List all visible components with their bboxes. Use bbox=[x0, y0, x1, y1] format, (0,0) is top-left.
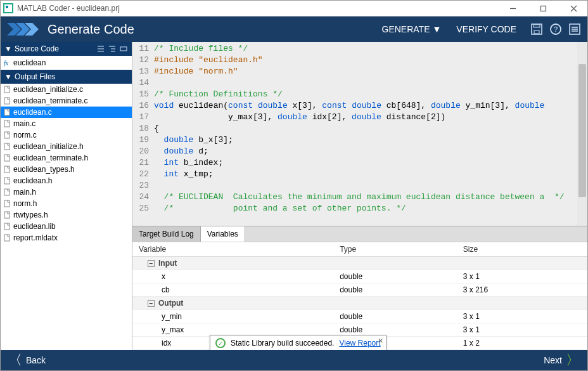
output-file-item[interactable]: euclidean_terminate.c bbox=[1, 95, 132, 107]
list-tree-icon[interactable] bbox=[108, 44, 117, 53]
file-item-label: main.c bbox=[13, 119, 35, 128]
file-icon bbox=[3, 200, 11, 207]
file-item-label: norm.c bbox=[13, 131, 37, 140]
var-row[interactable]: xdouble3 x 1 bbox=[132, 270, 587, 283]
file-item-label: rtwtypes.h bbox=[13, 211, 48, 219]
output-file-item[interactable]: euclidean_terminate.h bbox=[1, 152, 132, 164]
output-file-item[interactable]: report.mldatx bbox=[1, 232, 132, 244]
source-tree: fxeuclidean bbox=[1, 56, 132, 70]
file-icon bbox=[3, 166, 11, 173]
svg-rect-35 bbox=[4, 178, 10, 184]
expand-all-icon[interactable] bbox=[119, 44, 128, 53]
header-bar: Generate Code GENERATE ▼ VERIFY CODE ? bbox=[1, 16, 587, 42]
build-status-toast: ✕ ✓ Static Library build succeeded. View… bbox=[210, 335, 387, 351]
svg-rect-34 bbox=[4, 166, 10, 172]
svg-rect-32 bbox=[4, 143, 10, 150]
close-button[interactable] bbox=[562, 1, 585, 15]
var-size: 3 x 216 bbox=[457, 283, 587, 297]
arrow-left-icon: 〈 bbox=[8, 353, 22, 367]
code-line: 22 int x_tmp; bbox=[132, 169, 587, 180]
output-file-item[interactable]: norm.c bbox=[1, 129, 132, 141]
output-file-item[interactable]: euclidean.lib bbox=[1, 221, 132, 232]
file-item-label: euclidean.c bbox=[13, 108, 52, 117]
toast-close-button[interactable]: ✕ bbox=[378, 337, 383, 345]
tab-target-build-log[interactable]: Target Build Log bbox=[132, 226, 201, 242]
col-type: Type bbox=[333, 242, 457, 257]
generate-dropdown[interactable]: GENERATE ▼ bbox=[374, 20, 449, 38]
output-file-item[interactable]: euclidean.c bbox=[1, 107, 132, 118]
var-type: double bbox=[333, 310, 457, 323]
file-item-label: euclidean_terminate.c bbox=[13, 96, 87, 105]
success-check-icon: ✓ bbox=[215, 338, 226, 348]
svg-rect-27 bbox=[4, 86, 10, 93]
code-editor[interactable]: 11/* Include files */12#include "euclide… bbox=[132, 42, 587, 226]
file-icon bbox=[3, 86, 11, 93]
save-icon[interactable] bbox=[530, 23, 543, 36]
var-row[interactable]: cbdouble3 x 216 bbox=[132, 283, 587, 297]
output-file-item[interactable]: euclidean.h bbox=[1, 175, 132, 186]
output-files-header-label: Output Files bbox=[15, 72, 56, 81]
arrow-right-icon: 〉 bbox=[566, 353, 580, 367]
code-line: 18{ bbox=[132, 123, 587, 134]
footer-bar: 〈 Back Next 〉 bbox=[1, 350, 587, 370]
tab-variables[interactable]: Variables bbox=[201, 226, 245, 242]
file-icon bbox=[3, 97, 11, 105]
right-panel: 11/* Include files */12#include "euclide… bbox=[132, 42, 587, 350]
var-group-header[interactable]: −Output bbox=[132, 297, 587, 310]
code-line: 25 /* point and a set of other points. *… bbox=[132, 203, 587, 214]
maximize-icon bbox=[540, 5, 547, 12]
main-area: ▼ Source Code fxeuclidean ▼ Output Files… bbox=[1, 42, 587, 350]
svg-text:?: ? bbox=[554, 25, 558, 33]
breadcrumb-chevrons-icon bbox=[7, 23, 40, 36]
output-file-item[interactable]: main.h bbox=[1, 186, 132, 198]
app-icon bbox=[3, 3, 13, 13]
svg-rect-40 bbox=[4, 235, 10, 241]
output-file-item[interactable]: main.c bbox=[1, 118, 132, 129]
svg-rect-37 bbox=[4, 200, 10, 207]
var-name: x bbox=[132, 270, 333, 283]
code-line: 16void euclidean(const double x[3], cons… bbox=[132, 100, 587, 112]
source-code-panel-header[interactable]: ▼ Source Code bbox=[1, 42, 132, 56]
output-file-item[interactable]: euclidean_initialize.h bbox=[1, 141, 132, 152]
vertical-scrollbar[interactable] bbox=[577, 42, 587, 226]
help-icon[interactable]: ? bbox=[549, 23, 562, 36]
list-flat-icon[interactable] bbox=[96, 44, 105, 53]
svg-rect-28 bbox=[4, 98, 10, 104]
minimize-button[interactable] bbox=[501, 1, 524, 15]
chevron-down-icon: ▼ bbox=[4, 44, 12, 53]
output-files-panel-header[interactable]: ▼ Output Files bbox=[1, 70, 132, 84]
sidebar-source-item[interactable]: fxeuclidean bbox=[1, 57, 132, 68]
variables-panel: Variable Type Size −Inputxdouble3 x 1cbd… bbox=[132, 242, 587, 350]
file-item-label: euclidean.lib bbox=[13, 222, 56, 231]
output-file-item[interactable]: euclidean_types.h bbox=[1, 164, 132, 175]
file-icon bbox=[3, 177, 11, 185]
svg-text:fx: fx bbox=[4, 60, 9, 67]
var-name: cb bbox=[132, 283, 333, 297]
var-type: double bbox=[333, 270, 457, 283]
scrollbar-thumb[interactable] bbox=[578, 64, 586, 197]
var-type: double bbox=[333, 283, 457, 297]
view-report-link[interactable]: View Report bbox=[339, 339, 380, 348]
code-line: 23 bbox=[132, 180, 587, 192]
output-file-item[interactable]: rtwtypes.h bbox=[1, 209, 132, 221]
file-item-label: euclidean.h bbox=[13, 176, 52, 185]
maximize-button[interactable] bbox=[532, 1, 554, 15]
file-icon bbox=[3, 120, 11, 127]
var-group-header[interactable]: −Input bbox=[132, 257, 587, 270]
output-file-item[interactable]: norm.h bbox=[1, 198, 132, 209]
output-file-item[interactable]: euclidean_initialize.c bbox=[1, 84, 132, 95]
menu-icon[interactable] bbox=[568, 23, 581, 36]
file-icon bbox=[3, 131, 11, 139]
back-button[interactable]: 〈 Back bbox=[8, 353, 46, 367]
output-file-list: euclidean_initialize.ceuclidean_terminat… bbox=[1, 84, 132, 350]
next-button[interactable]: Next 〉 bbox=[544, 353, 580, 367]
file-item-label: norm.h bbox=[13, 199, 37, 208]
code-line: 19 double b_x[3]; bbox=[132, 134, 587, 146]
generate-label: GENERATE bbox=[382, 24, 430, 34]
file-item-label: euclidean_initialize.h bbox=[13, 142, 84, 151]
var-row[interactable]: y_mindouble3 x 1 bbox=[132, 310, 587, 323]
svg-rect-11 bbox=[534, 25, 540, 27]
code-line: 24 /* EUCLIDEAN Calculates the minimum a… bbox=[132, 192, 587, 203]
verify-code-button[interactable]: VERIFY CODE bbox=[449, 20, 524, 38]
col-variable: Variable bbox=[132, 242, 333, 257]
